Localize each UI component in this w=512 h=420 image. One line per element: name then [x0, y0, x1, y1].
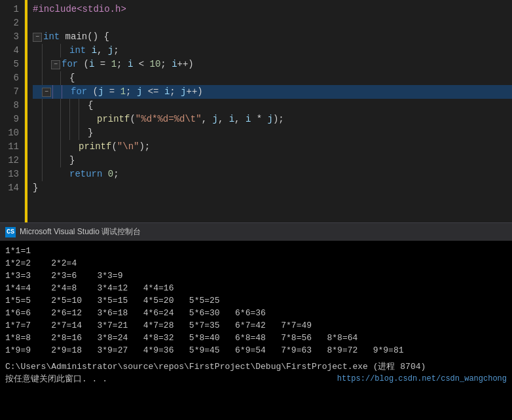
- console-output-line-3: 1*3=3 2*3=6 3*3=9: [5, 270, 507, 282]
- console-vs-icon: CS: [5, 227, 16, 237]
- code-line-11: printf ( "\n" );: [33, 140, 512, 154]
- fold-5[interactable]: −: [51, 60, 60, 69]
- code-line-14: }: [33, 181, 512, 195]
- console-output-line-4: 1*4=4 2*4=8 3*4=12 4*4=16: [5, 282, 507, 294]
- code-line-12: }: [33, 154, 512, 167]
- code-line-13: return 0 ;: [33, 167, 512, 181]
- console-titlebar: CS Microsoft Visual Studio 调试控制台: [0, 222, 512, 241]
- line-num-10: 10: [5, 126, 19, 140]
- console-output: 1*1=1 1*2=2 2*2=4 1*3=3 2*3=6 3*3=9 1*4=…: [0, 241, 512, 420]
- code-line-5: − for ( i = 1 ; i < 10 ; i ++): [33, 58, 512, 71]
- code-line-4: int i , j ;: [33, 44, 512, 58]
- line-num-13: 13: [5, 167, 19, 181]
- code-line-7: − for ( j = 1 ; j <= i ; j ++): [33, 85, 512, 99]
- line-num-5: 5: [5, 58, 19, 71]
- line-num-12: 12: [5, 154, 19, 167]
- console-panel: CS Microsoft Visual Studio 调试控制台 1*1=1 1…: [0, 222, 512, 420]
- console-output-line-5: 1*5=5 2*5=10 3*5=15 4*5=20 5*5=25: [5, 294, 507, 307]
- line-num-8: 8: [5, 99, 19, 113]
- code-content: #include<stdio.h> − int main() { int i ,…: [27, 0, 512, 222]
- code-line-1: #include<stdio.h>: [33, 3, 512, 16]
- line-num-3: 3: [5, 30, 19, 44]
- line-num-14: 14: [5, 181, 19, 195]
- code-editor: 1 2 3 4 5 6 7 8 9 10 11 12 13 14 #includ…: [0, 0, 512, 222]
- line-num-2: 2: [5, 16, 19, 30]
- console-footer-line2: 按任意键关闭此窗口. . .: [5, 373, 107, 385]
- fold-7[interactable]: −: [42, 88, 51, 97]
- code-line-2: [33, 16, 512, 30]
- line-num-4: 4: [5, 44, 19, 58]
- line-numbers: 1 2 3 4 5 6 7 8 9 10 11 12 13 14: [0, 0, 25, 222]
- line-num-1: 1: [5, 3, 19, 16]
- line-num-7: 7: [5, 85, 19, 99]
- code-line-6: {: [33, 71, 512, 85]
- console-output-line-2: 1*2=2 2*2=4: [5, 257, 507, 270]
- console-output-line-6: 1*6=6 2*6=12 3*6=18 4*6=24 5*6=30 6*6=36: [5, 307, 507, 319]
- line-num-9: 9: [5, 113, 19, 126]
- console-title: Microsoft Visual Studio 调试控制台: [20, 226, 141, 237]
- line-num-11: 11: [5, 140, 19, 154]
- line-num-6: 6: [5, 71, 19, 85]
- console-output-line-9: 1*9=9 2*9=18 3*9=27 4*9=36 5*9=45 6*9=54…: [5, 344, 507, 357]
- console-footer-line1: C:\Users\Administrator\source\repos\Firs…: [5, 360, 507, 373]
- code-line-9: printf ( "%d*%d=%d\t" , j , i , i * j );: [33, 113, 512, 126]
- code-line-10: }: [33, 126, 512, 140]
- code-area: 1 2 3 4 5 6 7 8 9 10 11 12 13 14 #includ…: [0, 0, 512, 222]
- fold-3[interactable]: −: [33, 33, 42, 42]
- console-output-line-8: 1*8=8 2*8=16 3*8=24 4*8=32 5*8=40 6*8=48…: [5, 332, 507, 344]
- console-output-line-7: 1*7=7 2*7=14 3*7=21 4*7=28 5*7=35 6*7=42…: [5, 319, 507, 332]
- console-url[interactable]: https://blog.csdn.net/csdn_wangchong: [337, 373, 507, 385]
- code-line-8: {: [33, 99, 512, 113]
- console-output-line-1: 1*1=1: [5, 245, 507, 257]
- code-line-3: − int main() {: [33, 30, 512, 44]
